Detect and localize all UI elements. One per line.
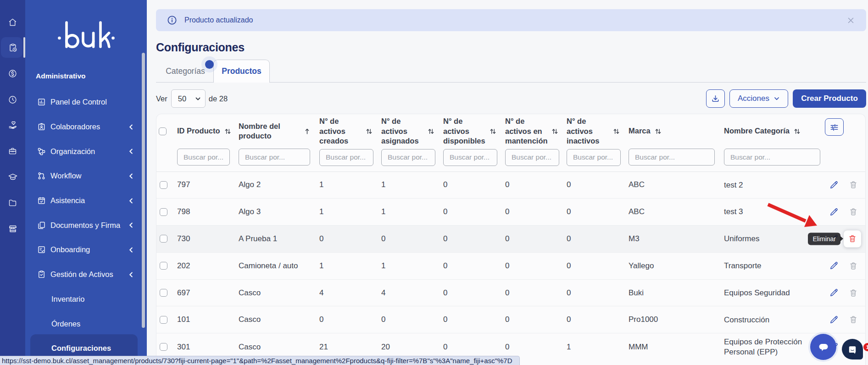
sidebar-subitem[interactable]: Inventario <box>25 287 147 312</box>
select-all-checkbox[interactable] <box>159 127 167 135</box>
total-count-label: de 28 <box>209 94 228 103</box>
cell-id: 301 <box>177 343 239 352</box>
page-size-select[interactable]: 50 <box>171 89 206 108</box>
sidebar-item[interactable]: Colaboradores <box>25 115 147 139</box>
column-search-input-disponibles[interactable] <box>443 149 497 166</box>
column-settings-button[interactable] <box>825 118 844 136</box>
sort-icon[interactable] <box>793 127 801 135</box>
edit-button[interactable] <box>828 288 839 299</box>
row-checkbox[interactable] <box>160 343 167 351</box>
close-icon <box>847 17 854 24</box>
sidebar-submenu: InventarioÓrdenesConfiguraciones <box>25 287 147 361</box>
column-search-input-id[interactable] <box>177 149 230 166</box>
table-row[interactable]: 697Casco44000BukiEquipos Seguridad <box>156 280 865 307</box>
row-checkbox[interactable] <box>160 289 167 297</box>
delete-button[interactable] <box>848 179 859 190</box>
sort-both-icon <box>427 127 435 135</box>
coin-icon <box>8 69 17 78</box>
main-content: Producto actualizado Configuraciones Cat… <box>147 0 868 365</box>
sidebar-subitem[interactable]: Órdenes <box>25 311 147 336</box>
cell-inactivos: 0 <box>567 288 629 298</box>
chat-launcher-navy[interactable] <box>842 339 863 359</box>
edit-button[interactable] <box>828 179 839 190</box>
column-search-input-asignados[interactable] <box>381 149 435 166</box>
rail-item-hand-heart[interactable] <box>0 112 25 138</box>
delete-button[interactable] <box>848 288 859 299</box>
table-row[interactable]: 798Algo 311000ABCtest 3 <box>156 199 865 226</box>
row-checkbox[interactable] <box>160 208 167 216</box>
sort-icon[interactable] <box>654 127 662 135</box>
close-icon[interactable] <box>847 17 854 24</box>
sidebar-item[interactable]: Documentos y Firma <box>25 213 147 238</box>
sidebar-item[interactable]: Onboarding <box>25 238 147 262</box>
rail-item-graduation-cap[interactable] <box>0 164 25 190</box>
cell-disponibles: 0 <box>443 207 505 216</box>
row-checkbox-cell <box>156 262 177 270</box>
sidebar-item[interactable]: Organización <box>25 139 147 164</box>
notification-banner: Producto actualizado <box>156 9 866 31</box>
pencil-icon <box>829 261 839 271</box>
column-header-marca: Marca <box>629 116 724 171</box>
download-button[interactable] <box>706 89 725 108</box>
sort-icon[interactable] <box>427 127 435 135</box>
rail-item-storefront[interactable] <box>0 216 25 241</box>
pencil-icon <box>829 207 839 217</box>
acciones-button[interactable]: Acciones <box>729 89 788 108</box>
sidebar-section-label: Administrativo <box>36 72 147 80</box>
sidebar-item[interactable]: Asistencia <box>25 188 147 213</box>
chevron-left-icon <box>128 198 134 204</box>
page-size-group: Ver 50 de 28 <box>156 89 228 108</box>
rail-item-coin[interactable] <box>0 61 25 87</box>
sidebar-scrollbar[interactable] <box>142 53 145 328</box>
edit-button[interactable] <box>828 314 839 325</box>
sort-both-icon <box>224 127 232 135</box>
delete-button[interactable] <box>848 206 859 217</box>
sidebar-subitem-label: Órdenes <box>51 320 80 328</box>
crear-producto-button[interactable]: Crear Producto <box>793 89 866 108</box>
delete-button[interactable] <box>848 314 859 325</box>
row-checkbox[interactable] <box>160 235 167 243</box>
sort-icon[interactable] <box>612 127 620 135</box>
delete-button[interactable] <box>844 230 861 247</box>
row-checkbox[interactable] <box>160 181 167 189</box>
cell-id: 797 <box>177 180 239 189</box>
rail-item-clipboard-clock[interactable] <box>0 35 25 61</box>
sidebar-item[interactable]: Workflow <box>25 164 147 188</box>
sidebar-item[interactable]: Gestión de Activos <box>25 262 147 287</box>
table-row[interactable]: 730A Prueba 100000M3UniformesEliminar <box>156 226 865 253</box>
sidebar-item[interactable]: Panel de Control <box>25 90 147 115</box>
sort-icon[interactable] <box>489 127 497 135</box>
column-search-input-inactivos[interactable] <box>567 149 621 166</box>
rail-item-briefcase[interactable] <box>0 138 25 164</box>
row-checkbox-cell <box>156 181 177 189</box>
table-row[interactable]: 797Algo 211000ABCtest 2 <box>156 172 865 199</box>
sort-icon[interactable] <box>224 127 232 135</box>
row-checkbox[interactable] <box>160 316 167 324</box>
cell-mantencion: 0 <box>505 343 567 352</box>
cell-categoria: Construcción <box>724 315 826 325</box>
sort-both-icon <box>654 127 662 135</box>
column-search-input-nombre[interactable] <box>239 149 310 166</box>
chat-launcher-blue[interactable] <box>810 334 836 360</box>
column-search-input-creados[interactable] <box>319 149 373 166</box>
table-row[interactable]: 202Camioneta / auto11000YallegoTransport… <box>156 253 865 280</box>
chevron-left-icon <box>128 271 134 277</box>
tab-productos[interactable]: Productos <box>213 60 270 83</box>
sort-icon[interactable] <box>303 127 311 135</box>
edit-button[interactable] <box>828 260 839 271</box>
table-row[interactable]: 101Casco00000Pro1000Construcción <box>156 306 865 333</box>
delete-button[interactable] <box>848 260 859 271</box>
sort-icon[interactable] <box>551 127 559 135</box>
rail-item-home[interactable] <box>0 9 25 35</box>
column-search-input-marca[interactable] <box>629 149 715 166</box>
row-checkbox[interactable] <box>160 262 167 270</box>
rail-item-clock[interactable] <box>0 87 25 112</box>
column-search-input-mantencion[interactable] <box>505 149 559 166</box>
column-search-input-categoria[interactable] <box>724 149 820 166</box>
edit-button[interactable] <box>828 206 839 217</box>
sort-icon[interactable] <box>365 127 373 135</box>
column-label: N° de activos asignados <box>381 116 423 146</box>
icon-rail <box>0 0 25 365</box>
chevron-left-icon <box>128 173 134 179</box>
rail-item-folder[interactable] <box>0 190 25 216</box>
